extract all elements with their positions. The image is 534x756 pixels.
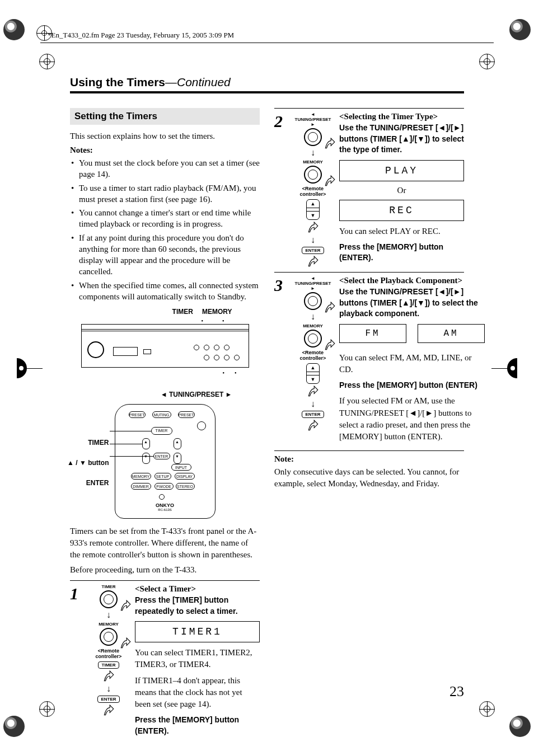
hand-icon: [324, 175, 336, 187]
bottom-note-label: Note:: [274, 454, 464, 464]
step-number: 1: [70, 584, 82, 741]
knob-icon: [100, 590, 118, 608]
down-arrow-icon: ↓: [293, 400, 332, 408]
step-controls: TUNING/PRESET ↓ MEMORY: [293, 112, 332, 269]
registration-mark-icon: [39, 54, 55, 69]
ctrl-label-timer: TIMER: [89, 584, 128, 589]
front-panel-drawing: [81, 324, 249, 368]
right-column: 2 TUNING/PRESET ↓ MEMORY: [274, 108, 464, 743]
ctrl-label-tuning: TUNING/PRESET: [293, 112, 332, 127]
pointer-dot: •: [222, 370, 224, 376]
knob-icon: [100, 628, 118, 646]
lcd-display: TIMER1: [135, 621, 260, 642]
lcd-display: REC: [339, 200, 464, 221]
intro-text: This section explains how to set the tim…: [70, 132, 260, 141]
remote-controller-label: <Remote controller>: [293, 350, 332, 361]
chapter-title-continued: —Continued: [165, 76, 231, 88]
triangle-left-icon: [438, 287, 446, 296]
down-arrow-icon: ↓: [89, 611, 128, 619]
triangle-right-icon: [311, 122, 315, 127]
fp-label-memory: MEMORY: [202, 308, 232, 316]
remote-controller-label: <Remote controller>: [89, 648, 128, 659]
hand-icon: [307, 385, 319, 397]
pointer-dot: •: [222, 318, 224, 324]
corner-ball-icon: [3, 19, 25, 40]
step-rule: [274, 108, 464, 109]
step-controls: TIMER ↓ MEMORY: [89, 584, 128, 741]
step-1-instr2: Press the [MEMORY] button (ENTER).: [135, 715, 260, 736]
step-number: 2: [274, 112, 287, 269]
hand-icon: [324, 301, 336, 313]
note-item: To use a timer to start radio playback (…: [70, 182, 260, 205]
hand-icon: [119, 637, 132, 649]
body-para-1: Timers can be set from the T-433's front…: [70, 525, 260, 561]
triangle-left-icon: [438, 123, 446, 132]
registration-mark-icon: [479, 701, 495, 717]
step-1-head: <Select a Timer>: [135, 584, 260, 594]
registration-mark-icon: [39, 701, 55, 717]
triangle-left-icon: [161, 391, 167, 398]
step-3-instr: Use the TUNING/PRESET []/[] buttons (TIM…: [339, 287, 485, 320]
front-panel-figure: TIMER MEMORY • •: [81, 308, 249, 398]
ctrl-label-memory: MEMORY: [293, 159, 332, 165]
hand-icon: [307, 419, 319, 431]
hand-icon: [119, 599, 132, 612]
ctrl-label-tuning: TUNING/PRESET: [293, 276, 332, 291]
notes-list: You must set the clock before you can se…: [70, 157, 260, 302]
note-item: When the specified time comes, all conne…: [70, 280, 260, 303]
step-rule: [70, 580, 260, 581]
remote-enter-pill: ENTER: [302, 247, 324, 254]
step-3-text1: You can select FM, AM, MD, LINE, or CD.: [339, 352, 485, 375]
or-label: Or: [339, 186, 464, 195]
triangle-up-icon: [402, 298, 410, 307]
hand-icon: [324, 339, 336, 351]
knob-icon: [304, 330, 322, 348]
remote-figure: TIMER ▲ / ▼ button ENTER PRESET MUTING P…: [115, 404, 216, 519]
attach-line: [27, 368, 43, 369]
registration-mark-icon: [479, 54, 495, 69]
step-2: 2 TUNING/PRESET ↓ MEMORY: [274, 112, 464, 269]
corner-ball-icon: [3, 716, 25, 737]
attach-line: [491, 368, 507, 369]
chapter-title: Using the Timers—Continued: [70, 76, 464, 89]
hand-icon: [102, 670, 115, 682]
lcd-display: FM: [339, 324, 406, 343]
pointer-dot: •: [235, 370, 237, 376]
lcd-display: PLAY: [339, 160, 464, 181]
triangle-right-icon: [311, 286, 315, 291]
pointer-dot: •: [201, 318, 203, 324]
triangle-right-icon: [425, 408, 433, 417]
note-item: If at any point during this procedure yo…: [70, 232, 260, 278]
triangle-left-icon: [311, 276, 315, 281]
fp-label-tuning: TUNING/PRESET: [81, 391, 249, 398]
triangle-right-icon: [453, 287, 461, 296]
step-2-instr: Use the TUNING/PRESET []/[] buttons (TIM…: [339, 123, 464, 156]
bottom-note-text: Only consecutive days can be selected. Y…: [274, 466, 464, 490]
triangle-up-icon: [402, 134, 410, 143]
step-3-text2: If you selected FM or AM, use the TUNING…: [339, 395, 485, 443]
remote-controller-label: <Remote controller>: [293, 186, 332, 197]
step-rule: [274, 272, 464, 273]
chapter-rule: [70, 91, 464, 93]
triangle-down-icon: [417, 298, 425, 307]
knob-icon: [304, 292, 322, 310]
triangle-down-icon: [417, 134, 425, 143]
step-1-instr: Press the [TIMER] button repeatedly to s…: [135, 595, 260, 617]
step-1-text1: You can select TIMER1, TIMER2, TIMER3, o…: [135, 647, 260, 670]
step-3-head: <Select the Playback Component>: [339, 276, 485, 285]
step-number: 3: [274, 276, 287, 447]
note-item: You cannot change a timer's start or end…: [70, 207, 260, 230]
step-rule: [274, 450, 464, 451]
rc-label-timer: TIMER: [64, 439, 109, 447]
down-arrow-icon: ↓: [293, 312, 332, 321]
rc-label-enter: ENTER: [64, 479, 109, 487]
hand-icon: [102, 704, 115, 716]
section-heading: Setting the Timers: [70, 108, 260, 125]
corner-ball-icon: [509, 716, 531, 737]
remote-timer-pill: TIMER: [98, 661, 120, 669]
hand-icon: [307, 221, 319, 233]
note-item: You must set the clock before you can se…: [70, 157, 260, 180]
hand-icon: [307, 255, 319, 267]
corner-ball-icon: [509, 19, 531, 40]
down-arrow-icon: ↓: [89, 684, 128, 693]
